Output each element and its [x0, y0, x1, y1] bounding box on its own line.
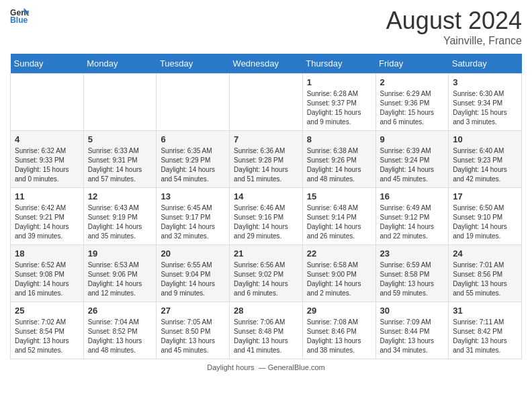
day-info: Sunrise: 6:45 AM Sunset: 9:17 PM Dayligh…	[161, 203, 225, 241]
day-number: 8	[307, 134, 371, 144]
day-info: Sunrise: 7:06 AM Sunset: 8:48 PM Dayligh…	[234, 318, 298, 355]
footer-note: Daylight hours — GeneralBlue.com	[10, 363, 522, 371]
weekday-header-tuesday: Tuesday	[157, 54, 230, 74]
calendar-cell: 7Sunrise: 6:36 AM Sunset: 9:28 PM Daylig…	[230, 131, 303, 188]
day-info: Sunrise: 6:50 AM Sunset: 9:10 PM Dayligh…	[453, 203, 517, 241]
day-info: Sunrise: 7:08 AM Sunset: 8:46 PM Dayligh…	[307, 318, 371, 355]
weekday-header-friday: Friday	[375, 54, 449, 74]
calendar-cell: 3Sunrise: 6:30 AM Sunset: 9:34 PM Daylig…	[449, 74, 522, 131]
day-info: Sunrise: 7:04 AM Sunset: 8:52 PM Dayligh…	[88, 318, 152, 355]
day-number: 31	[453, 306, 517, 316]
calendar-cell: 10Sunrise: 6:40 AM Sunset: 9:23 PM Dayli…	[449, 131, 522, 188]
day-number: 18	[15, 248, 79, 259]
calendar-cell: 20Sunrise: 6:55 AM Sunset: 9:04 PM Dayli…	[157, 245, 230, 302]
day-number: 6	[161, 134, 225, 144]
day-info: Sunrise: 6:52 AM Sunset: 9:08 PM Dayligh…	[15, 261, 79, 298]
day-number: 22	[307, 248, 371, 259]
day-info: Sunrise: 6:58 AM Sunset: 9:00 PM Dayligh…	[307, 261, 371, 298]
day-info: Sunrise: 6:35 AM Sunset: 9:29 PM Dayligh…	[161, 146, 225, 184]
calendar-table: SundayMondayTuesdayWednesdayThursdayFrid…	[10, 54, 522, 359]
calendar-cell: 21Sunrise: 6:56 AM Sunset: 9:02 PM Dayli…	[230, 245, 303, 302]
day-info: Sunrise: 6:38 AM Sunset: 9:26 PM Dayligh…	[307, 146, 371, 184]
day-number: 26	[88, 306, 152, 316]
calendar-cell: 24Sunrise: 7:01 AM Sunset: 8:56 PM Dayli…	[449, 245, 522, 302]
calendar-cell: 22Sunrise: 6:58 AM Sunset: 9:00 PM Dayli…	[302, 245, 375, 302]
day-info: Sunrise: 7:11 AM Sunset: 8:42 PM Dayligh…	[453, 318, 517, 355]
day-info: Sunrise: 6:59 AM Sunset: 8:58 PM Dayligh…	[380, 261, 445, 298]
logo-icon: General Blue	[10, 7, 29, 26]
day-info: Sunrise: 6:53 AM Sunset: 9:06 PM Dayligh…	[88, 261, 152, 298]
day-number: 19	[88, 248, 152, 259]
day-number: 16	[380, 191, 445, 201]
calendar-cell: 15Sunrise: 6:48 AM Sunset: 9:14 PM Dayli…	[302, 188, 375, 245]
weekday-header-wednesday: Wednesday	[230, 54, 303, 74]
day-info: Sunrise: 6:56 AM Sunset: 9:02 PM Dayligh…	[234, 261, 298, 298]
calendar-cell: 6Sunrise: 6:35 AM Sunset: 9:29 PM Daylig…	[157, 131, 230, 188]
day-number: 17	[453, 191, 517, 201]
week-row-5: 25Sunrise: 7:02 AM Sunset: 8:54 PM Dayli…	[11, 302, 522, 359]
weekday-header-thursday: Thursday	[302, 54, 375, 74]
week-row-1: 1Sunrise: 6:28 AM Sunset: 9:37 PM Daylig…	[11, 74, 522, 131]
day-info: Sunrise: 6:46 AM Sunset: 9:16 PM Dayligh…	[234, 203, 298, 241]
calendar-cell: 12Sunrise: 6:43 AM Sunset: 9:19 PM Dayli…	[83, 188, 157, 245]
day-info: Sunrise: 6:55 AM Sunset: 9:04 PM Dayligh…	[161, 261, 225, 298]
day-number: 21	[234, 248, 298, 259]
day-info: Sunrise: 6:49 AM Sunset: 9:12 PM Dayligh…	[380, 203, 445, 241]
day-info: Sunrise: 6:43 AM Sunset: 9:19 PM Dayligh…	[88, 203, 152, 241]
day-info: Sunrise: 6:32 AM Sunset: 9:33 PM Dayligh…	[15, 146, 79, 184]
week-row-4: 18Sunrise: 6:52 AM Sunset: 9:08 PM Dayli…	[11, 245, 522, 302]
day-number: 24	[453, 248, 517, 259]
day-info: Sunrise: 6:36 AM Sunset: 9:28 PM Dayligh…	[234, 146, 298, 184]
day-info: Sunrise: 6:29 AM Sunset: 9:36 PM Dayligh…	[380, 89, 445, 127]
day-number: 29	[307, 306, 371, 316]
day-info: Sunrise: 6:30 AM Sunset: 9:34 PM Dayligh…	[453, 89, 517, 127]
day-number: 27	[161, 306, 225, 316]
day-number: 20	[161, 248, 225, 259]
day-info: Sunrise: 7:09 AM Sunset: 8:44 PM Dayligh…	[380, 318, 445, 355]
logo: General Blue	[10, 7, 29, 26]
weekday-header-sunday: Sunday	[11, 54, 84, 74]
day-number: 3	[453, 77, 517, 87]
day-number: 25	[15, 306, 79, 316]
calendar-cell: 30Sunrise: 7:09 AM Sunset: 8:44 PM Dayli…	[375, 302, 449, 359]
day-number: 5	[88, 134, 152, 144]
day-number: 14	[234, 191, 298, 201]
daylight-label: Daylight hours	[207, 363, 254, 371]
calendar-cell: 27Sunrise: 7:05 AM Sunset: 8:50 PM Dayli…	[157, 302, 230, 359]
day-number: 2	[380, 77, 445, 87]
calendar-cell: 5Sunrise: 6:33 AM Sunset: 9:31 PM Daylig…	[83, 131, 157, 188]
calendar-cell: 17Sunrise: 6:50 AM Sunset: 9:10 PM Dayli…	[449, 188, 522, 245]
weekday-header-row: SundayMondayTuesdayWednesdayThursdayFrid…	[11, 54, 522, 74]
week-row-2: 4Sunrise: 6:32 AM Sunset: 9:33 PM Daylig…	[11, 131, 522, 188]
calendar-cell	[230, 74, 303, 131]
calendar-cell	[157, 74, 230, 131]
week-row-3: 11Sunrise: 6:42 AM Sunset: 9:21 PM Dayli…	[11, 188, 522, 245]
day-number: 9	[380, 134, 445, 144]
month-title: August 2024	[386, 7, 522, 35]
day-number: 7	[234, 134, 298, 144]
weekday-header-monday: Monday	[83, 54, 157, 74]
calendar-cell: 2Sunrise: 6:29 AM Sunset: 9:36 PM Daylig…	[375, 74, 449, 131]
calendar-cell: 16Sunrise: 6:49 AM Sunset: 9:12 PM Dayli…	[375, 188, 449, 245]
calendar-cell: 18Sunrise: 6:52 AM Sunset: 9:08 PM Dayli…	[11, 245, 84, 302]
weekday-header-saturday: Saturday	[449, 54, 522, 74]
location: Yainville, France	[386, 35, 522, 47]
day-number: 13	[161, 191, 225, 201]
calendar-cell: 9Sunrise: 6:39 AM Sunset: 9:24 PM Daylig…	[375, 131, 449, 188]
header: General Blue August 2024 Yainville, Fran…	[10, 7, 522, 47]
calendar-cell: 13Sunrise: 6:45 AM Sunset: 9:17 PM Dayli…	[157, 188, 230, 245]
day-number: 15	[307, 191, 371, 201]
calendar-cell: 11Sunrise: 6:42 AM Sunset: 9:21 PM Dayli…	[11, 188, 84, 245]
day-number: 1	[307, 77, 371, 87]
day-info: Sunrise: 6:42 AM Sunset: 9:21 PM Dayligh…	[15, 203, 79, 241]
day-number: 12	[88, 191, 152, 201]
calendar-cell: 8Sunrise: 6:38 AM Sunset: 9:26 PM Daylig…	[302, 131, 375, 188]
calendar-cell: 23Sunrise: 6:59 AM Sunset: 8:58 PM Dayli…	[375, 245, 449, 302]
calendar-cell: 29Sunrise: 7:08 AM Sunset: 8:46 PM Dayli…	[302, 302, 375, 359]
day-info: Sunrise: 6:48 AM Sunset: 9:14 PM Dayligh…	[307, 203, 371, 241]
day-info: Sunrise: 7:01 AM Sunset: 8:56 PM Dayligh…	[453, 261, 517, 298]
day-info: Sunrise: 6:40 AM Sunset: 9:23 PM Dayligh…	[453, 146, 517, 184]
day-number: 10	[453, 134, 517, 144]
day-number: 11	[15, 191, 79, 201]
day-number: 23	[380, 248, 445, 259]
